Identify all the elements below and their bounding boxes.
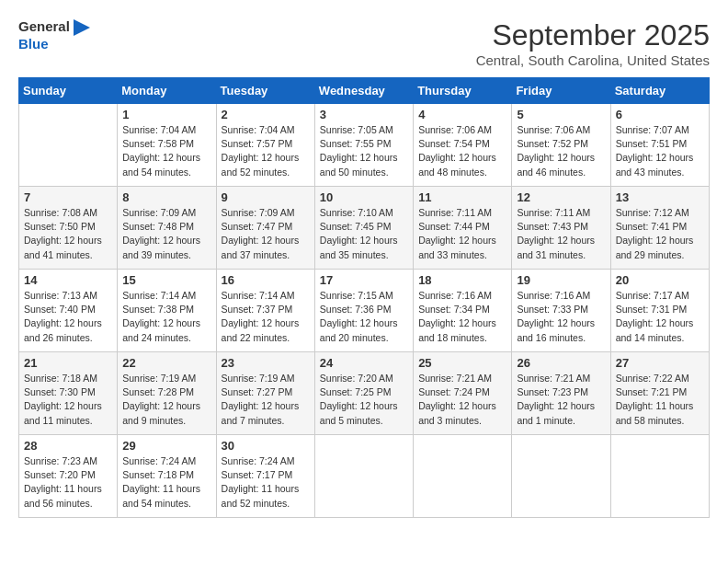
day-number: 25 [418,356,506,370]
day-info: Sunrise: 7:24 AM Sunset: 7:18 PM Dayligh… [122,454,210,511]
day-info: Sunrise: 7:05 AM Sunset: 7:55 PM Dayligh… [320,123,408,179]
title-area: September 2025 Central, South Carolina, … [476,18,710,68]
day-info: Sunrise: 7:14 AM Sunset: 7:38 PM Dayligh… [122,289,210,345]
day-number: 6 [616,108,704,121]
table-cell [314,435,413,518]
day-number: 13 [616,190,704,204]
day-info: Sunrise: 7:09 AM Sunset: 7:47 PM Dayligh… [222,206,310,262]
day-info: Sunrise: 7:23 AM Sunset: 7:20 PM Dayligh… [24,454,112,511]
table-cell: 10Sunrise: 7:10 AM Sunset: 7:45 PM Dayli… [314,187,413,270]
table-cell: 9Sunrise: 7:09 AM Sunset: 7:47 PM Daylig… [216,187,314,270]
day-number: 8 [122,190,210,204]
table-cell: 2Sunrise: 7:04 AM Sunset: 7:57 PM Daylig… [216,104,314,187]
day-number: 4 [418,108,506,121]
day-number: 2 [222,108,310,121]
table-cell: 14Sunrise: 7:13 AM Sunset: 7:40 PM Dayli… [19,270,118,352]
day-info: Sunrise: 7:06 AM Sunset: 7:52 PM Dayligh… [517,123,605,179]
header-monday: Monday [118,78,216,104]
day-info: Sunrise: 7:11 AM Sunset: 7:44 PM Dayligh… [418,206,506,262]
day-number: 7 [24,190,112,204]
day-info: Sunrise: 7:12 AM Sunset: 7:41 PM Dayligh… [616,206,704,262]
day-info: Sunrise: 7:09 AM Sunset: 7:48 PM Dayligh… [122,206,210,262]
day-info: Sunrise: 7:10 AM Sunset: 7:45 PM Dayligh… [320,206,408,262]
table-cell: 18Sunrise: 7:16 AM Sunset: 7:34 PM Dayli… [414,270,512,352]
logo: General Blue [18,18,90,52]
svg-marker-0 [74,19,90,36]
table-cell: 30Sunrise: 7:24 AM Sunset: 7:17 PM Dayli… [216,435,314,518]
header-tuesday: Tuesday [216,78,314,104]
header-thursday: Thursday [414,78,512,104]
logo-blue: Blue [18,36,49,52]
table-cell: 29Sunrise: 7:24 AM Sunset: 7:18 PM Dayli… [118,435,216,518]
logo-general: General [18,18,70,34]
day-number: 16 [222,273,310,287]
day-info: Sunrise: 7:24 AM Sunset: 7:17 PM Dayligh… [222,454,310,511]
day-number: 29 [122,439,210,453]
day-number: 30 [222,439,310,453]
day-info: Sunrise: 7:16 AM Sunset: 7:34 PM Dayligh… [418,289,506,345]
table-cell: 15Sunrise: 7:14 AM Sunset: 7:38 PM Dayli… [118,270,216,352]
table-cell: 23Sunrise: 7:19 AM Sunset: 7:27 PM Dayli… [216,352,314,435]
table-cell [512,435,610,518]
table-cell: 20Sunrise: 7:17 AM Sunset: 7:31 PM Dayli… [610,270,709,352]
table-cell: 24Sunrise: 7:20 AM Sunset: 7:25 PM Dayli… [314,352,413,435]
table-cell: 16Sunrise: 7:14 AM Sunset: 7:37 PM Dayli… [216,270,314,352]
day-number: 15 [122,273,210,287]
day-number: 14 [24,273,112,287]
day-number: 19 [517,273,605,287]
table-cell: 28Sunrise: 7:23 AM Sunset: 7:20 PM Dayli… [19,435,118,518]
day-info: Sunrise: 7:08 AM Sunset: 7:50 PM Dayligh… [24,206,112,262]
day-info: Sunrise: 7:13 AM Sunset: 7:40 PM Dayligh… [24,289,112,345]
day-number: 1 [122,108,210,121]
day-info: Sunrise: 7:07 AM Sunset: 7:51 PM Dayligh… [616,123,704,179]
day-number: 5 [517,108,605,121]
table-cell: 1Sunrise: 7:04 AM Sunset: 7:58 PM Daylig… [118,104,216,187]
day-number: 23 [222,356,310,370]
calendar-table: SundayMondayTuesdayWednesdayThursdayFrid… [18,77,710,518]
day-number: 28 [24,439,112,453]
day-info: Sunrise: 7:21 AM Sunset: 7:23 PM Dayligh… [517,372,605,428]
table-cell: 17Sunrise: 7:15 AM Sunset: 7:36 PM Dayli… [314,270,413,352]
header-saturday: Saturday [610,78,709,104]
table-cell: 11Sunrise: 7:11 AM Sunset: 7:44 PM Dayli… [414,187,512,270]
day-info: Sunrise: 7:21 AM Sunset: 7:24 PM Dayligh… [418,372,506,428]
header-wednesday: Wednesday [314,78,413,104]
day-number: 17 [320,273,408,287]
day-number: 10 [320,190,408,204]
table-cell: 19Sunrise: 7:16 AM Sunset: 7:33 PM Dayli… [512,270,610,352]
table-cell: 26Sunrise: 7:21 AM Sunset: 7:23 PM Dayli… [512,352,610,435]
day-info: Sunrise: 7:20 AM Sunset: 7:25 PM Dayligh… [320,372,408,428]
day-number: 27 [616,356,704,370]
day-info: Sunrise: 7:17 AM Sunset: 7:31 PM Dayligh… [616,289,704,345]
table-cell: 4Sunrise: 7:06 AM Sunset: 7:54 PM Daylig… [414,104,512,187]
day-number: 24 [320,356,408,370]
day-number: 21 [24,356,112,370]
day-info: Sunrise: 7:19 AM Sunset: 7:27 PM Dayligh… [222,372,310,428]
month-title: September 2025 [476,18,710,52]
table-cell: 3Sunrise: 7:05 AM Sunset: 7:55 PM Daylig… [314,104,413,187]
day-number: 9 [222,190,310,204]
day-number: 3 [320,108,408,121]
subtitle: Central, South Carolina, United States [476,52,710,68]
table-cell [19,104,118,187]
day-info: Sunrise: 7:16 AM Sunset: 7:33 PM Dayligh… [517,289,605,345]
logo-arrow-icon [74,19,90,36]
day-info: Sunrise: 7:04 AM Sunset: 7:57 PM Dayligh… [222,123,310,179]
table-cell: 12Sunrise: 7:11 AM Sunset: 7:43 PM Dayli… [512,187,610,270]
header-friday: Friday [512,78,610,104]
day-number: 26 [517,356,605,370]
day-number: 18 [418,273,506,287]
table-cell: 6Sunrise: 7:07 AM Sunset: 7:51 PM Daylig… [610,104,709,187]
day-number: 22 [122,356,210,370]
day-number: 12 [517,190,605,204]
table-cell: 25Sunrise: 7:21 AM Sunset: 7:24 PM Dayli… [414,352,512,435]
table-cell [610,435,709,518]
table-cell: 5Sunrise: 7:06 AM Sunset: 7:52 PM Daylig… [512,104,610,187]
day-info: Sunrise: 7:06 AM Sunset: 7:54 PM Dayligh… [418,123,506,179]
table-cell: 21Sunrise: 7:18 AM Sunset: 7:30 PM Dayli… [19,352,118,435]
day-number: 20 [616,273,704,287]
day-number: 11 [418,190,506,204]
table-cell: 8Sunrise: 7:09 AM Sunset: 7:48 PM Daylig… [118,187,216,270]
day-info: Sunrise: 7:04 AM Sunset: 7:58 PM Dayligh… [122,123,210,179]
day-info: Sunrise: 7:14 AM Sunset: 7:37 PM Dayligh… [222,289,310,345]
